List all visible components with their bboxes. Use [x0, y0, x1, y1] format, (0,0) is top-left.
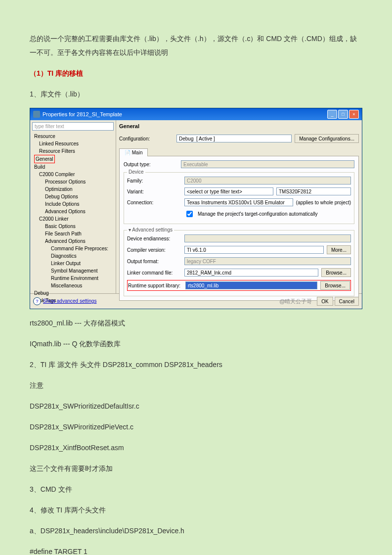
paragraph: 4、修改 TI 库两个头文件	[30, 503, 362, 517]
compiler-select[interactable]	[184, 246, 324, 254]
tree-diag[interactable]: Diagnostics	[32, 252, 114, 260]
device-legend: Device	[127, 169, 145, 175]
output-label: Output type:	[124, 162, 178, 167]
variant-select[interactable]	[276, 187, 351, 195]
tree-proc[interactable]: Processor Options	[32, 178, 114, 185]
connection-select[interactable]	[184, 198, 293, 206]
tree-debug[interactable]: Debug	[32, 289, 114, 297]
paragraph: 这三个文件有需要时才添加	[30, 462, 362, 475]
tree-resource[interactable]: Resource	[32, 133, 114, 140]
tree-rte[interactable]: Runtime Environment	[32, 275, 114, 282]
connection-label: Connection:	[127, 200, 181, 205]
tree-misc[interactable]: Miscellaneous	[32, 282, 114, 289]
paragraph: rts2800_ml.lib --- 大存储器模式	[30, 316, 362, 330]
show-advanced-link[interactable]: Show advanced settings	[43, 298, 96, 304]
close-button[interactable]: ×	[349, 110, 359, 119]
browse-linker-button[interactable]: Browse...	[321, 268, 351, 277]
tree-advl[interactable]: Advanced Options	[32, 237, 114, 245]
tree-dbg[interactable]: Debug Options	[32, 193, 114, 200]
outfmt-label: Output format:	[127, 259, 181, 264]
tree-lout[interactable]: Linker Output	[32, 260, 114, 267]
paragraph: IQmath.lib --- Q 化数学函数库	[30, 337, 362, 351]
titlebar: Properties for 2812_SI_Template _ □ ×	[30, 108, 362, 120]
paragraph: 1、库文件（.lib）	[30, 87, 362, 101]
paragraph: 总的说一个完整的工程需要由库文件（.lib），头文件（.h），源文件（.c）和 …	[30, 32, 362, 59]
maximize-button[interactable]: □	[338, 110, 348, 119]
nav-tree[interactable]: Resource Linked Resources Resource Filte…	[32, 133, 114, 304]
help-icon[interactable]: ?	[33, 297, 41, 305]
paragraph: 注意	[30, 378, 362, 392]
tree-general[interactable]: General	[34, 155, 55, 163]
tree-resfilter[interactable]: Resource Filters	[32, 147, 114, 155]
family-select[interactable]	[184, 177, 351, 185]
tree-build[interactable]: Build	[32, 163, 114, 171]
tree-linker[interactable]: C2000 Linker	[32, 215, 114, 223]
tree-advc[interactable]: Advanced Options	[32, 208, 114, 215]
minimize-button[interactable]: _	[327, 110, 337, 119]
outfmt-select[interactable]	[184, 257, 351, 265]
tree-opt[interactable]: Optimization	[32, 185, 114, 193]
tab-main[interactable]: 📄 Main	[119, 148, 148, 156]
config-select[interactable]	[176, 135, 292, 142]
more-button[interactable]: More...	[327, 245, 351, 254]
properties-dialog: Properties for 2812_SI_Template _ □ × ty…	[30, 108, 362, 309]
endian-label: Device endianness:	[127, 236, 181, 241]
paragraph: 3、CMD 文件	[30, 482, 362, 496]
cancel-button[interactable]: Cancel	[335, 297, 359, 306]
paragraph: DSP281x_SWPiroritizedPieVect.c	[30, 420, 362, 434]
runtime-label: Runtime support library:	[128, 283, 182, 288]
config-label: Configuration:	[119, 136, 174, 141]
window-title: Properties for 2812_SI_Template	[43, 111, 122, 117]
runtime-input[interactable]	[185, 281, 317, 289]
connection-note: (applies to whole project)	[296, 200, 351, 205]
paragraph: DSP281x_XintfBootReset.asm	[30, 441, 362, 455]
manage-config-button[interactable]: Manage Configurations...	[295, 134, 359, 143]
tree-linked[interactable]: Linked Resources	[32, 140, 114, 147]
variant-label: Variant:	[127, 189, 181, 194]
filter-input[interactable]: type filter text	[32, 122, 114, 131]
watermark: @晴天公子哥	[279, 298, 312, 304]
paragraph: #define TARGET 1	[30, 545, 362, 555]
variant-filter[interactable]	[184, 187, 273, 195]
paragraph: a、DSP281x_headers\include\DSP281x_Device…	[30, 524, 362, 538]
compiler-label: Compiler version:	[127, 247, 181, 253]
ok-button[interactable]: OK	[317, 297, 333, 306]
heading-1: （1）TI 库的移植	[30, 66, 362, 80]
linker-cmd-input[interactable]	[184, 269, 318, 277]
adv-legend: ▾ Advanced settings	[127, 227, 174, 232]
browse-runtime-button[interactable]: Browse...	[320, 281, 350, 290]
tree-sym[interactable]: Symbol Management	[32, 267, 114, 275]
tree-fsp[interactable]: File Search Path	[32, 230, 114, 237]
paragraph: DSP281x_SWPrioritizedDefaultIsr.c	[30, 399, 362, 413]
tree-cmdfile[interactable]: Command File Preproces:	[32, 245, 114, 252]
linker-cmd-label: Linker command file:	[127, 270, 181, 276]
endian-select[interactable]	[184, 234, 351, 242]
manage-target-checkbox[interactable]	[186, 211, 193, 217]
app-icon	[33, 111, 40, 118]
output-select[interactable]	[181, 160, 354, 168]
tree-basic[interactable]: Basic Options	[32, 223, 114, 230]
sidebar: type filter text Resource Linked Resourc…	[30, 120, 116, 293]
manage-target-label: Manage the project's target-configuratio…	[198, 211, 318, 217]
family-label: Family:	[127, 178, 181, 184]
tree-compiler[interactable]: C2000 Compiler	[32, 171, 114, 178]
panel-title: General	[119, 123, 359, 129]
main-panel: General Configuration: Manage Configurat…	[116, 120, 362, 293]
tree-inc[interactable]: Include Options	[32, 200, 114, 208]
paragraph: 2、TI 库 源文件 头文件 DSP281x_common DSP281x_he…	[30, 358, 362, 371]
